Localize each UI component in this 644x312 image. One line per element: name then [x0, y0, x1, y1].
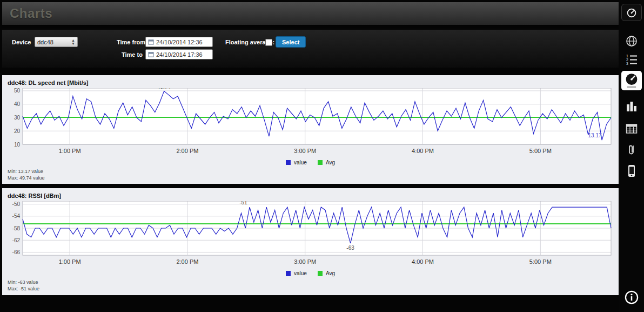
- svg-text:3:00 PM: 3:00 PM: [294, 258, 316, 265]
- svg-text:4:00 PM: 4:00 PM: [412, 148, 434, 154]
- minmax-block: Min: -63 value Max: -51 value: [8, 280, 614, 292]
- svg-text:-51: -51: [239, 201, 247, 205]
- right-sidebar: 123: [619, 0, 644, 312]
- avg-legend-label: Avg: [326, 270, 335, 276]
- table-icon[interactable]: [623, 122, 640, 136]
- svg-text:-66: -66: [12, 249, 21, 255]
- avg-legend-label: Avg: [326, 160, 335, 165]
- paperclip-icon[interactable]: [623, 143, 640, 157]
- floating-average-checkbox[interactable]: [265, 39, 272, 46]
- time-to-input[interactable]: 24/10/2014 17:36: [145, 49, 213, 59]
- device-select-value: ddc48: [37, 39, 53, 45]
- svg-text:-62: -62: [12, 237, 21, 243]
- svg-text:50: 50: [14, 88, 21, 94]
- svg-text:2:00 PM: 2:00 PM: [176, 148, 198, 154]
- select-button[interactable]: Select: [276, 36, 306, 48]
- svg-text:5:00 PM: 5:00 PM: [529, 258, 552, 265]
- svg-text:4:00 PM: 4:00 PM: [412, 258, 434, 265]
- device-label: Device: [12, 39, 31, 45]
- calendar-icon: [148, 51, 154, 57]
- svg-text:1:00 PM: 1:00 PM: [59, 258, 81, 265]
- value-swatch: [286, 160, 291, 165]
- calendar-icon: [148, 39, 154, 45]
- main-column: Charts Device ddc48 ▲▼ Time from 24/10/2…: [2, 2, 619, 310]
- page-header: Charts: [2, 2, 619, 25]
- time-from-label: Time from: [117, 39, 145, 45]
- gauge-active-icon[interactable]: [621, 71, 642, 90]
- svg-text:1:00 PM: 1:00 PM: [59, 148, 81, 154]
- svg-text:3: 3: [626, 62, 628, 65]
- svg-text:-50: -50: [12, 201, 21, 207]
- svg-text:30: 30: [14, 115, 21, 121]
- svg-text:-63: -63: [346, 245, 354, 251]
- svg-text:5:00 PM: 5:00 PM: [529, 148, 552, 154]
- chart-title: ddc48: RSSI [dBm]: [8, 192, 614, 199]
- svg-text:-54: -54: [12, 214, 21, 220]
- svg-text:2:00 PM: 2:00 PM: [176, 258, 198, 265]
- avg-swatch: [318, 271, 323, 276]
- globe-icon[interactable]: [623, 34, 640, 48]
- info-icon[interactable]: [623, 290, 640, 304]
- app-window: Charts Device ddc48 ▲▼ Time from 24/10/2…: [0, 0, 644, 312]
- svg-text:20: 20: [14, 128, 21, 134]
- minmax-block: Min: 13.17 value Max: 49.74 value: [8, 169, 614, 181]
- bar-chart-icon[interactable]: [623, 99, 640, 113]
- chart-title: ddc48: DL speed net [Mbit/s]: [8, 79, 614, 86]
- svg-text:40: 40: [14, 101, 21, 107]
- time-to-value: 24/10/2014 17:36: [156, 51, 203, 58]
- numbered-list-icon[interactable]: 123: [623, 52, 640, 67]
- rssi-chart: -50-54-58-62-661:00 PM2:00 PM3:00 PM4:00…: [6, 201, 614, 270]
- max-text: Max: 49.74 value: [8, 175, 614, 182]
- time-to-label: Time to: [122, 51, 143, 58]
- speedometer-icon[interactable]: [621, 4, 642, 21]
- avg-swatch: [318, 160, 323, 165]
- svg-text:3:00 PM: 3:00 PM: [294, 148, 316, 154]
- chart-panel-dl-speed: ddc48: DL speed net [Mbit/s] 50403020101…: [2, 75, 619, 184]
- value-legend-label: value: [294, 160, 307, 165]
- dl-speed-chart: 50403020101:00 PM2:00 PM3:00 PM4:00 PM5:…: [6, 88, 614, 160]
- svg-text:-58: -58: [12, 225, 21, 231]
- page-title: Charts: [2, 6, 52, 21]
- svg-text:13.17: 13.17: [588, 132, 602, 138]
- svg-text:2: 2: [626, 58, 628, 62]
- device-select[interactable]: ddc48 ▲▼: [35, 37, 78, 47]
- svg-text:49.74: 49.74: [157, 88, 171, 90]
- chart-legend: value Avg: [6, 270, 614, 276]
- time-from-value: 24/10/2014 12:36: [156, 39, 203, 45]
- min-text: Min: 13.17 value: [8, 169, 614, 175]
- select-arrows-icon: ▲▼: [71, 39, 75, 45]
- value-legend-label: value: [294, 270, 307, 276]
- time-from-input[interactable]: 24/10/2014 12:36: [145, 37, 213, 47]
- svg-text:10: 10: [14, 142, 21, 148]
- smartphone-icon[interactable]: [623, 164, 640, 178]
- min-text: Min: -63 value: [8, 280, 614, 286]
- filter-toolbar: Device ddc48 ▲▼ Time from 24/10/2014 12:…: [2, 30, 619, 68]
- max-text: Max: -51 value: [8, 286, 614, 293]
- chart-legend: value Avg: [6, 160, 614, 165]
- value-swatch: [286, 271, 291, 276]
- chart-panel-rssi: ddc48: RSSI [dBm] -50-54-58-62-661:00 PM…: [2, 188, 619, 295]
- svg-text:1: 1: [626, 54, 628, 58]
